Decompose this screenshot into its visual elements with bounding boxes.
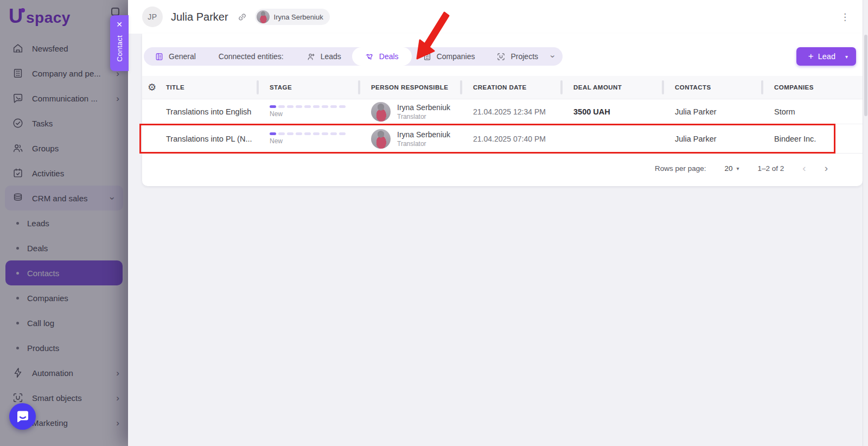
copy-link-icon[interactable] xyxy=(237,12,247,22)
contact-name: Julia Parker xyxy=(663,107,762,116)
form-icon xyxy=(155,52,164,61)
stage-label: New xyxy=(270,110,359,118)
creation-date: 21.04.2025 12:34 PM xyxy=(461,107,561,116)
sidebar-item-crm-and-sales[interactable]: CRM and sales › xyxy=(5,186,123,211)
record-header: JP Julia Parker Iryna Serbeniuk ⋮ xyxy=(128,0,868,34)
column-divider xyxy=(560,80,563,94)
sidebar-nav: Newsfeed Company and pe... › Communicati… xyxy=(0,31,128,435)
deal-stage: New xyxy=(258,132,359,145)
creation-date: 21.04.2025 07:40 PM xyxy=(461,135,561,143)
table-settings-gear-icon[interactable]: ⚙ xyxy=(142,81,162,93)
close-icon[interactable]: ✕ xyxy=(116,20,123,30)
person-responsible: Iryna Serbeniuk Translator xyxy=(359,129,461,149)
previous-page-button[interactable]: ‹ xyxy=(802,162,806,174)
layers-icon xyxy=(12,192,24,204)
responsible-chip[interactable]: Iryna Serbeniuk xyxy=(255,9,330,25)
sidebar-item-tasks[interactable]: Tasks xyxy=(0,111,128,136)
chevron-down-icon: › xyxy=(108,196,118,200)
sidebar-item-groups[interactable]: Groups xyxy=(0,136,128,161)
table-row[interactable]: Translations into PL (N... New Iryna Ser… xyxy=(142,124,863,154)
column-divider xyxy=(460,80,462,94)
more-tabs-chevron-icon[interactable]: › xyxy=(549,52,563,61)
column-divider xyxy=(358,80,360,94)
deal-stage: New xyxy=(258,105,359,118)
bullet-icon xyxy=(16,247,19,250)
users-icon xyxy=(12,142,24,154)
scan-u-icon xyxy=(496,52,506,61)
tab-general[interactable]: General xyxy=(144,47,207,66)
connected-entities-label: Connected entities: xyxy=(207,52,296,61)
contact-name: Julia Parker xyxy=(663,135,762,143)
chat-phone-icon xyxy=(12,92,24,104)
chat-bubble-icon xyxy=(16,410,30,424)
column-person-responsible: PERSON RESPONSIBLE xyxy=(359,84,461,91)
contact-drawer-tab[interactable]: ✕ Contact xyxy=(110,15,129,71)
deal-title: Translations into English xyxy=(162,107,258,116)
sidebar-item-newsfeed[interactable]: Newsfeed xyxy=(0,36,128,61)
company-name: Bindeer Inc. xyxy=(762,135,863,143)
collapse-sidebar-icon[interactable] xyxy=(111,8,119,16)
sidebar-item-companies[interactable]: Companies xyxy=(0,285,128,310)
tab-bar: General Connected entities: Leads Deals … xyxy=(144,47,563,66)
tab-projects[interactable]: Projects xyxy=(486,47,549,66)
tab-deals[interactable]: Deals xyxy=(352,47,412,66)
bullet-icon xyxy=(16,272,19,275)
app-logo[interactable]: U spacy xyxy=(0,0,128,31)
avatar: JP xyxy=(142,7,163,27)
handshake-icon xyxy=(365,52,374,61)
building-icon xyxy=(12,67,24,79)
sidebar-item-company-and-people[interactable]: Company and pe... › xyxy=(0,61,128,86)
chevron-right-icon: › xyxy=(116,393,119,403)
deal-title: Translations into PL (N... xyxy=(162,135,258,143)
vertical-scrollbar xyxy=(863,0,868,446)
deal-amount: 3500 UAH xyxy=(561,107,663,116)
scan-u-icon xyxy=(12,392,24,404)
column-divider xyxy=(761,80,763,94)
tab-companies[interactable]: Companies xyxy=(412,47,486,66)
contact-drawer-panel: JP Julia Parker Iryna Serbeniuk ⋮ Genera… xyxy=(128,0,868,446)
sidebar-item-contacts[interactable]: Contacts xyxy=(5,260,123,285)
column-title: TITLE xyxy=(162,84,258,91)
rows-per-page-select[interactable]: 20 ▾ xyxy=(724,164,739,173)
column-stage: STAGE xyxy=(258,84,359,91)
sidebar-item-call-log[interactable]: Call log xyxy=(0,310,128,335)
bullet-icon xyxy=(16,347,19,349)
company-name: Storm xyxy=(762,107,863,116)
sidebar-item-communication[interactable]: Communication ... › xyxy=(0,86,128,111)
tabs-row: General Connected entities: Leads Deals … xyxy=(142,34,863,66)
rows-per-page-label: Rows per page: xyxy=(655,164,706,173)
column-creation-date: CREATION DATE xyxy=(461,84,561,91)
page-title: Julia Parker xyxy=(171,11,228,23)
person-responsible: Iryna Serbeniuk Translator xyxy=(359,102,461,122)
tab-leads[interactable]: Leads xyxy=(296,47,352,66)
column-divider xyxy=(257,80,259,94)
pagination: Rows per page: 20 ▾ 1–2 of 2 ‹ › xyxy=(142,154,863,183)
pagination-range: 1–2 of 2 xyxy=(758,164,784,173)
stage-progress xyxy=(270,132,359,135)
sidebar-item-deals[interactable]: Deals xyxy=(0,235,128,260)
calendar-icon xyxy=(12,167,24,179)
chat-launcher-button[interactable] xyxy=(9,403,36,430)
caret-down-icon: ▾ xyxy=(737,165,739,171)
avatar xyxy=(371,129,391,149)
caret-down-icon[interactable]: ▾ xyxy=(835,54,856,60)
table-row[interactable]: Translations into English New Iryna Serb… xyxy=(142,99,863,124)
column-contacts: CONTACTS xyxy=(663,84,762,91)
add-lead-button[interactable]: + Lead ▾ xyxy=(796,47,856,66)
chevron-right-icon: › xyxy=(116,368,119,378)
avatar xyxy=(257,10,270,23)
more-menu-icon[interactable]: ⋮ xyxy=(840,11,850,23)
stage-label: New xyxy=(270,137,359,145)
next-page-button[interactable]: › xyxy=(825,162,828,174)
sidebar-item-automation[interactable]: Automation › xyxy=(0,360,128,385)
building-icon xyxy=(423,52,432,61)
sidebar-item-products[interactable]: Products xyxy=(0,335,128,360)
scrollbar-thumb[interactable] xyxy=(864,35,867,116)
column-divider xyxy=(662,80,664,94)
table-header: ⚙ TITLE STAGE PERSON RESPONSIBLE CREATIO… xyxy=(142,76,863,99)
deals-card: General Connected entities: Leads Deals … xyxy=(142,34,863,186)
sidebar-item-leads[interactable]: Leads xyxy=(0,211,128,235)
sidebar-item-activities[interactable]: Activities xyxy=(0,161,128,186)
stage-progress xyxy=(270,105,359,108)
chevron-right-icon: › xyxy=(116,94,119,103)
